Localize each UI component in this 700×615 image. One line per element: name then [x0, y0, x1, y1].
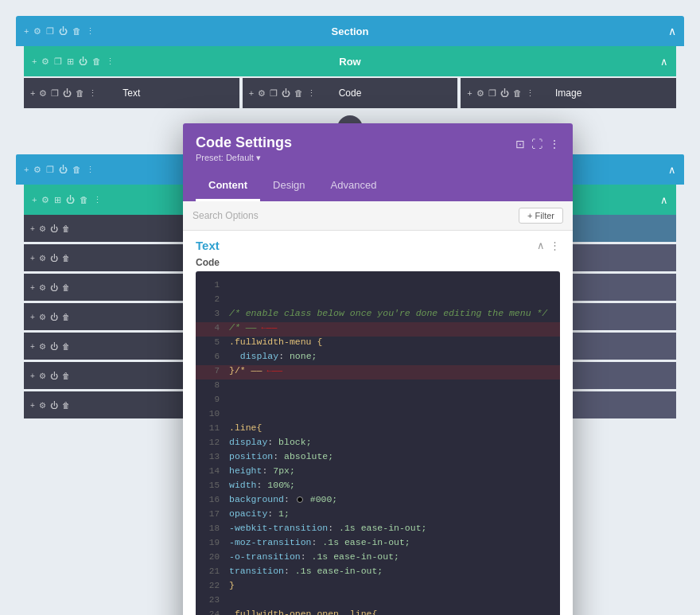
tab-advanced[interactable]: Advanced	[318, 171, 390, 201]
section-gear-icon[interactable]: ⚙	[33, 26, 41, 37]
s2-dots-icon[interactable]: ⋮	[86, 165, 95, 175]
code-trash-icon[interactable]: 🗑	[294, 88, 303, 98]
s2-power-icon[interactable]: ⏻	[59, 165, 68, 174]
text-dots-icon[interactable]: ⋮	[88, 88, 97, 99]
sm5-add-icon[interactable]: +	[30, 342, 35, 351]
image-copy-icon[interactable]: ❐	[488, 88, 496, 99]
section-menu-icon[interactable]: ⋮	[550, 239, 560, 251]
sm7-gear-icon[interactable]: ⚙	[39, 401, 46, 410]
image-add-icon[interactable]: +	[467, 88, 472, 98]
text-copy-icon[interactable]: ❐	[51, 88, 59, 99]
section-add-icon[interactable]: +	[24, 26, 29, 36]
row-dots-icon[interactable]: ⋮	[106, 56, 115, 67]
sm7-trash-icon[interactable]: 🗑	[62, 401, 70, 410]
sm7-add-icon[interactable]: +	[30, 401, 35, 410]
tab-content[interactable]: Content	[196, 171, 260, 201]
sm2-trash-icon[interactable]: 🗑	[62, 254, 70, 263]
section2-row-chevron-icon[interactable]: ∧	[660, 194, 668, 206]
text-add-icon[interactable]: +	[30, 88, 35, 98]
row-add-icon[interactable]: +	[32, 56, 37, 66]
sm3-trash-icon[interactable]: 🗑	[62, 283, 70, 292]
section-trash-icon[interactable]: 🗑	[72, 26, 81, 36]
s2r-add-icon[interactable]: +	[32, 195, 37, 204]
section-chevron-icon[interactable]: ∧	[668, 25, 676, 37]
sm1-add-icon[interactable]: +	[30, 224, 35, 233]
row-gear-icon[interactable]: ⚙	[41, 56, 49, 67]
sm3-gear-icon[interactable]: ⚙	[39, 283, 46, 292]
s2-copy-icon[interactable]: ❐	[46, 165, 54, 175]
code-module-icons: + ⚙ ❐ ⏻ 🗑 ⋮	[249, 88, 316, 99]
sm2-power-icon[interactable]: ⏻	[50, 254, 58, 263]
s2r-trash-icon[interactable]: 🗑	[80, 195, 88, 204]
module-row: + ⚙ ❐ ⏻ 🗑 ⋮ Text + ⚙ ❐ ⏻ 🗑 ⋮ Code +	[24, 78, 676, 108]
tab-design[interactable]: Design	[260, 171, 317, 201]
sm4-add-icon[interactable]: +	[30, 313, 35, 321]
side-module-1: + ⚙ ⏻ 🗑	[24, 215, 183, 242]
sm4-trash-icon[interactable]: 🗑	[62, 313, 70, 321]
sm7-power-icon[interactable]: ⏻	[50, 401, 58, 410]
section-label: Section	[332, 25, 369, 37]
code-module-label: Code	[339, 88, 362, 99]
image-power-icon[interactable]: ⏻	[500, 88, 509, 98]
section2-chevron-icon[interactable]: ∧	[668, 164, 676, 176]
row-label: Row	[339, 56, 360, 68]
s2-add-icon[interactable]: +	[24, 165, 29, 174]
row-bar-icons: + ⚙ ❐ ⊞ ⏻ 🗑 ⋮	[32, 56, 115, 67]
dialog-fullscreen-icon[interactable]: ⛶	[531, 138, 542, 150]
code-power-icon[interactable]: ⏻	[282, 88, 290, 98]
sm6-power-icon[interactable]: ⏻	[50, 372, 58, 380]
sm5-gear-icon[interactable]: ⚙	[39, 342, 46, 351]
image-dots-icon[interactable]: ⋮	[526, 88, 535, 99]
filter-button[interactable]: + Filter	[519, 208, 563, 224]
s2r-power-icon[interactable]: ⏻	[66, 195, 75, 204]
search-placeholder-text[interactable]: Search Options	[192, 210, 259, 221]
sm6-trash-icon[interactable]: 🗑	[62, 372, 70, 380]
side-module-7: + ⚙ ⏻ 🗑	[24, 391, 183, 418]
code-gear-icon[interactable]: ⚙	[258, 88, 266, 99]
image-gear-icon[interactable]: ⚙	[476, 88, 484, 99]
sm6-gear-icon[interactable]: ⚙	[39, 372, 46, 380]
code-settings-dialog: Code Settings Preset: Default ▾ ⊡ ⛶ ⋮ Co…	[183, 123, 573, 615]
sm6-add-icon[interactable]: +	[30, 372, 35, 380]
code-dots-icon[interactable]: ⋮	[307, 88, 316, 99]
dialog-resize-icon[interactable]: ⊡	[515, 138, 525, 150]
sm4-power-icon[interactable]: ⏻	[50, 313, 58, 321]
s2r-gear-icon[interactable]: ⚙	[41, 195, 49, 205]
s2r-dots-icon[interactable]: ⋮	[93, 195, 102, 205]
section-collapse-icon[interactable]: ∧	[537, 239, 545, 251]
section-dots-icon[interactable]: ⋮	[86, 26, 95, 37]
sm4-gear-icon[interactable]: ⚙	[39, 313, 46, 321]
row-grid-icon[interactable]: ⊞	[67, 56, 74, 67]
sm5-power-icon[interactable]: ⏻	[50, 342, 58, 351]
dialog-header-left: Code Settings Preset: Default ▾	[196, 134, 292, 163]
sm2-add-icon[interactable]: +	[30, 254, 35, 263]
sm3-power-icon[interactable]: ⏻	[50, 283, 58, 292]
s2-gear-icon[interactable]: ⚙	[33, 165, 41, 175]
side-left-column: + ⚙ ⏻ 🗑 + ⚙ ⏻ 🗑 +	[24, 215, 183, 418]
text-power-icon[interactable]: ⏻	[63, 88, 72, 98]
image-trash-icon[interactable]: 🗑	[513, 88, 522, 98]
row-copy-icon[interactable]: ❐	[54, 56, 62, 67]
row-power-icon[interactable]: ⏻	[79, 56, 88, 66]
code-editor[interactable]: 1</span>23/* enable class below once you…	[196, 271, 560, 615]
s2-trash-icon[interactable]: 🗑	[72, 165, 81, 174]
text-trash-icon[interactable]: 🗑	[76, 88, 84, 98]
sm1-gear-icon[interactable]: ⚙	[39, 224, 46, 233]
sm2-gear-icon[interactable]: ⚙	[39, 254, 46, 263]
sm1-power-icon[interactable]: ⏻	[50, 224, 58, 233]
sm5-trash-icon[interactable]: 🗑	[62, 342, 70, 351]
row-trash-icon[interactable]: 🗑	[92, 56, 101, 66]
section-power-icon[interactable]: ⏻	[59, 26, 68, 36]
row-chevron-icon[interactable]: ∧	[660, 56, 668, 68]
sm1-trash-icon[interactable]: 🗑	[62, 224, 70, 233]
section-copy-icon[interactable]: ❐	[46, 26, 54, 37]
dialog-dots-icon[interactable]: ⋮	[549, 138, 560, 150]
side-module-2: + ⚙ ⏻ 🗑	[24, 244, 183, 271]
text-gear-icon[interactable]: ⚙	[39, 88, 47, 99]
sm3-add-icon[interactable]: +	[30, 283, 35, 292]
s2r-grid-icon[interactable]: ⊞	[54, 195, 61, 205]
dialog-preset[interactable]: Preset: Default ▾	[196, 153, 292, 163]
code-copy-icon[interactable]: ❐	[270, 88, 278, 99]
text-module-icons: + ⚙ ❐ ⏻ 🗑 ⋮	[30, 88, 97, 99]
code-add-icon[interactable]: +	[249, 88, 254, 98]
